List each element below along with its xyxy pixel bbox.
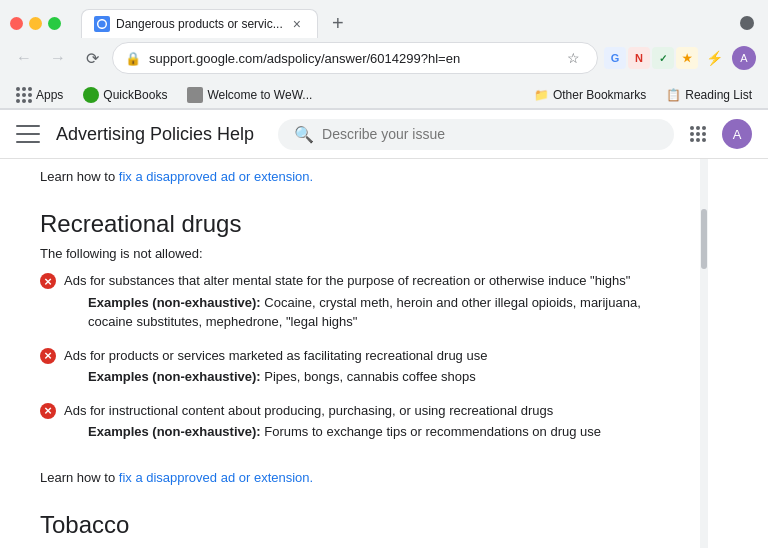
address-bar[interactable]: 🔒 support.google.com/adspolicy/answer/60… (112, 42, 598, 74)
example-content: Forums to exchange tips or recommendatio… (264, 424, 601, 439)
learn-link-bottom: Learn how to fix a disapproved ad or ext… (40, 460, 660, 495)
welcome-favicon (187, 87, 203, 103)
ext-icon-2[interactable]: N (628, 47, 650, 69)
menu-button[interactable] (16, 122, 40, 146)
reading-list[interactable]: 📋 Reading List (660, 86, 758, 104)
bookmark-apps-label: Apps (36, 88, 63, 102)
tab-favicon (94, 16, 110, 32)
tab-bar: Dangerous products or servic... × + (71, 9, 362, 38)
policy-item: Ads for substances that alter mental sta… (40, 271, 660, 340)
example-text: Examples (non-exhaustive): Forums to exc… (88, 422, 601, 442)
folder-icon: 📁 (534, 88, 549, 102)
bookmark-star-icon[interactable]: ☆ (561, 46, 585, 70)
content-area: Learn how to fix a disapproved ad or ext… (0, 159, 700, 548)
bookmark-quickbooks[interactable]: QuickBooks (77, 85, 173, 105)
policy-item-content: Ads for products or services marketed as… (64, 346, 487, 395)
profile-button[interactable]: A (730, 44, 758, 72)
example-label: Examples (non-exhaustive): (88, 295, 261, 310)
disallowed-icon (40, 273, 56, 289)
tab-title: Dangerous products or servic... (116, 17, 283, 31)
example-label: Examples (non-exhaustive): (88, 424, 261, 439)
example-content: Pipes, bongs, cannabis coffee shops (264, 369, 476, 384)
recreational-drugs-title: Recreational drugs (40, 210, 660, 238)
menu-dot[interactable] (740, 16, 754, 30)
policy-item-text: Ads for products or services marketed as… (64, 348, 487, 363)
policy-item: Ads for instructional content about prod… (40, 401, 660, 450)
ext-icon-4[interactable]: ★ (676, 47, 698, 69)
user-avatar-page[interactable]: A (722, 119, 752, 149)
bookmark-quickbooks-label: QuickBooks (103, 88, 167, 102)
apps-grid-icon (16, 87, 32, 103)
secure-icon: 🔒 (125, 51, 141, 66)
bookmarks-right: 📁 Other Bookmarks 📋 Reading List (528, 86, 758, 104)
search-icon: 🔍 (294, 125, 314, 144)
maximize-button[interactable] (48, 17, 61, 30)
policy-item-content: Ads for instructional content about prod… (64, 401, 601, 450)
address-bar-row: ← → ⟳ 🔒 support.google.com/adspolicy/ans… (0, 38, 768, 82)
minimize-button[interactable] (29, 17, 42, 30)
quickbooks-favicon (83, 87, 99, 103)
ext-icon-1[interactable]: G (604, 47, 626, 69)
fix-ad-link-bottom[interactable]: fix a disapproved ad or extension. (119, 470, 313, 485)
extension-icons: G N ✓ ★ ⚡ A (604, 44, 758, 72)
disallowed-icon (40, 403, 56, 419)
policy-item: Ads for products or services marketed as… (40, 346, 660, 395)
new-tab-button[interactable]: + (324, 10, 352, 38)
address-icons: ☆ (561, 46, 585, 70)
fix-ad-link-top[interactable]: fix a disapproved ad or extension. (119, 169, 313, 184)
recreational-drugs-list: Ads for substances that alter mental sta… (40, 271, 660, 450)
example-text: Examples (non-exhaustive): Cocaine, crys… (88, 293, 660, 332)
search-bar[interactable]: 🔍 (278, 119, 674, 150)
example-label: Examples (non-exhaustive): (88, 369, 261, 384)
reading-list-icon: 📋 (666, 88, 681, 102)
recreational-drugs-subtitle: The following is not allowed: (40, 246, 660, 261)
bookmark-welcome-label: Welcome to WeW... (207, 88, 312, 102)
active-tab[interactable]: Dangerous products or servic... × (81, 9, 318, 38)
back-button[interactable]: ← (10, 44, 38, 72)
page-toolbar-right: A (682, 118, 752, 150)
example-text: Examples (non-exhaustive): Pipes, bongs,… (88, 367, 487, 387)
url-text: support.google.com/adspolicy/answer/6014… (149, 51, 553, 66)
scrollbar-thumb[interactable] (701, 209, 707, 269)
search-input[interactable] (322, 126, 658, 142)
policy-item-text: Ads for substances that alter mental sta… (64, 273, 630, 288)
extensions-button[interactable]: ⚡ (700, 44, 728, 72)
scrollbar-track[interactable] (700, 159, 708, 548)
tobacco-title: Tobacco (40, 511, 660, 539)
reading-list-label: Reading List (685, 88, 752, 102)
forward-button[interactable]: → (44, 44, 72, 72)
window-controls (10, 17, 61, 30)
policy-item-text: Ads for instructional content about prod… (64, 403, 553, 418)
page-title: Advertising Policies Help (56, 124, 254, 145)
page-toolbar: Advertising Policies Help 🔍 A (0, 110, 768, 159)
other-bookmarks-label: Other Bookmarks (553, 88, 646, 102)
google-apps-button[interactable] (682, 118, 714, 150)
close-button[interactable] (10, 17, 23, 30)
tab-close-button[interactable]: × (289, 16, 305, 32)
ext-icon-3[interactable]: ✓ (652, 47, 674, 69)
user-avatar[interactable]: A (732, 46, 756, 70)
disallowed-icon (40, 348, 56, 364)
main-content: Learn how to fix a disapproved ad or ext… (0, 159, 768, 548)
reload-button[interactable]: ⟳ (78, 44, 106, 72)
apps-grid-icon-page (690, 126, 706, 142)
bookmark-apps[interactable]: Apps (10, 85, 69, 105)
policy-item-content: Ads for substances that alter mental sta… (64, 271, 660, 340)
bookmark-welcome[interactable]: Welcome to WeW... (181, 85, 318, 105)
learn-link-top: Learn how to fix a disapproved ad or ext… (40, 159, 660, 194)
bookmarks-bar: Apps QuickBooks Welcome to WeW... 📁 Othe… (0, 82, 768, 109)
other-bookmarks[interactable]: 📁 Other Bookmarks (528, 86, 652, 104)
